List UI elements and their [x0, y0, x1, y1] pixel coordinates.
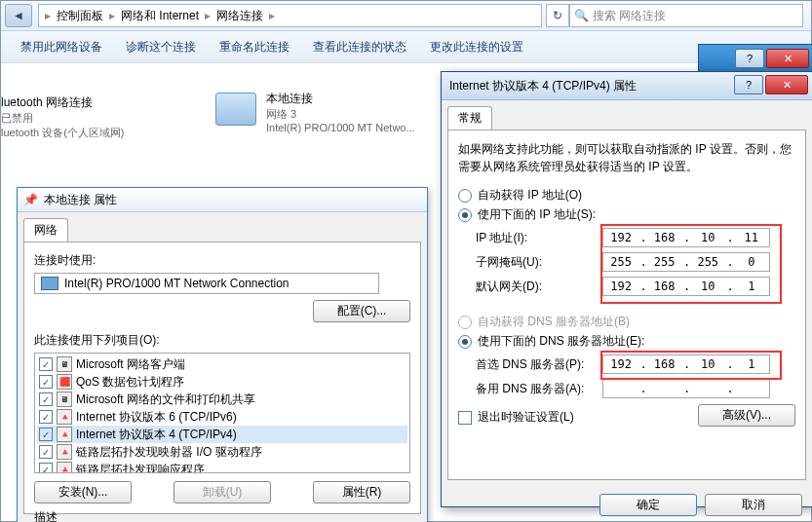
checkbox-icon[interactable]: ✓ [39, 392, 53, 406]
dialog-title: Internet 协议版本 4 (TCP/IPv4) 属性 [449, 78, 637, 94]
connection-title: luetooth 网络连接 [1, 94, 196, 111]
dns2-label: 备用 DNS 服务器(A): [476, 381, 602, 397]
connection-status: 已禁用 [1, 111, 196, 126]
cmd-disable[interactable]: 禁用此网络设备 [9, 35, 114, 59]
radio-auto-dns: 自动获得 DNS 服务器地址(B) [458, 314, 795, 330]
tab-body: 连接时使用: Intel(R) PRO/1000 MT Network Conn… [23, 242, 421, 514]
radio-use-dns[interactable]: 使用下面的 DNS 服务器地址(E): [458, 333, 795, 350]
ok-button[interactable]: 确定 [599, 494, 697, 516]
protocol-icon: 🔺 [57, 427, 72, 442]
dialog-title: 本地连接 属性 [44, 192, 117, 208]
lan-properties-dialog: 📌 本地连接 属性 网络 连接时使用: Intel(R) PRO/1000 MT… [17, 187, 428, 522]
qos-icon: 🟥 [57, 374, 72, 390]
connection-network: 网络 3 [266, 107, 469, 122]
dialog-footer: 确定 取消 [442, 486, 812, 522]
close-button[interactable]: ✕ [765, 75, 808, 94]
cmd-change[interactable]: 更改此连接的设置 [418, 35, 535, 59]
nic-icon [215, 93, 256, 126]
client-icon: 🖥 [57, 356, 72, 372]
description-label: 描述 [34, 509, 410, 522]
checkbox-icon[interactable]: ✓ [39, 375, 53, 389]
component-list[interactable]: ✓🖥Microsoft 网络客户端 ✓🟥QoS 数据包计划程序 ✓🖥Micros… [34, 353, 410, 473]
search-placeholder: 搜索 网络连接 [593, 8, 666, 24]
tab-strip: 网络 [18, 212, 427, 242]
connection-device: luetooth 设备(个人区域网) [1, 126, 196, 140]
checkbox-icon[interactable]: ✓ [39, 357, 53, 371]
checkbox-icon[interactable]: ✓ [39, 445, 53, 459]
subnet-mask-input[interactable]: 255.255.255.0 [602, 252, 770, 272]
dns1-input[interactable]: 192.168.10.1 [602, 354, 770, 374]
radio-icon [458, 316, 472, 329]
list-item[interactable]: ✓🖥Microsoft 网络客户端 [37, 355, 407, 373]
list-item[interactable]: ✓🟥QoS 数据包计划程序 [37, 373, 407, 391]
validate-on-exit-checkbox[interactable]: 退出时验证设置(L) [458, 409, 574, 426]
ip-address-input[interactable]: 192.168.10.11 [602, 228, 770, 247]
dialog-titlebar[interactable]: Internet 协议版本 4 (TCP/IPv4) 属性 ? ✕ [442, 72, 812, 100]
list-item[interactable]: ✓🔺链路层拓扑发现映射器 I/O 驱动程序 [37, 443, 407, 461]
search-icon: 🔍 [574, 9, 589, 22]
configure-button[interactable]: 配置(C)... [313, 300, 410, 322]
pin-icon: 📌 [23, 193, 38, 206]
properties-button[interactable]: 属性(R) [313, 481, 410, 503]
breadcrumb[interactable]: 网络连接 [213, 8, 267, 24]
help-button[interactable]: ? [735, 49, 764, 68]
adapter-name: Intel(R) PRO/1000 MT Network Connection [64, 277, 290, 290]
radio-use-ip[interactable]: 使用下面的 IP 地址(S): [458, 206, 795, 223]
back-button[interactable]: ◄ [5, 4, 32, 27]
list-item-selected[interactable]: ✓🔺Internet 协议版本 4 (TCP/IPv4) [37, 426, 407, 443]
share-icon: 🖥 [57, 392, 72, 407]
command-bar: 禁用此网络设备 诊断这个连接 重命名此连接 查看此连接的状态 更改此连接的设置 [1, 31, 811, 63]
cmd-status[interactable]: 查看此连接的状态 [301, 35, 418, 59]
uses-label: 此连接使用下列项目(O): [34, 332, 410, 349]
radio-icon [458, 208, 472, 222]
protocol-icon: 🔺 [57, 409, 72, 425]
radio-icon [458, 189, 472, 203]
gateway-input[interactable]: 192.168.10.1 [602, 277, 770, 296]
connection-bluetooth[interactable]: luetooth 网络连接 已禁用 luetooth 设备(个人区域网) [1, 94, 196, 140]
radio-auto-ip[interactable]: 自动获得 IP 地址(O) [458, 187, 795, 204]
connection-device: Intel(R) PRO/1000 MT Netwo... [266, 122, 469, 133]
lltd-icon: 🔺 [57, 444, 72, 460]
install-button[interactable]: 安装(N)... [34, 481, 132, 503]
search-input[interactable]: 🔍 搜索 网络连接 [569, 4, 803, 27]
breadcrumb-box[interactable]: ▸ 控制面板 ▸ 网络和 Internet ▸ 网络连接 ▸ [38, 4, 542, 27]
cancel-button[interactable]: 取消 [705, 494, 802, 516]
dns2-input[interactable]: ... [602, 379, 770, 398]
ip-label: IP 地址(I): [476, 230, 602, 246]
help-button[interactable]: ? [734, 75, 763, 94]
close-button[interactable]: ✕ [766, 49, 809, 68]
tab-network[interactable]: 网络 [23, 218, 68, 242]
tab-body: 如果网络支持此功能，则可以获取自动指派的 IP 设置。否则，您需要从网络系统管理… [447, 130, 806, 480]
hint-text: 如果网络支持此功能，则可以获取自动指派的 IP 设置。否则，您需要从网络系统管理… [458, 140, 795, 175]
nic-icon [41, 277, 58, 290]
connection-title: 本地连接 [266, 91, 469, 107]
list-item[interactable]: ✓🔺链路层拓扑发现响应程序 [37, 461, 407, 473]
cmd-diagnose[interactable]: 诊断这个连接 [114, 35, 208, 59]
address-bar: ◄ ▸ 控制面板 ▸ 网络和 Internet ▸ 网络连接 ▸ ↻ 🔍 搜索 … [1, 1, 811, 31]
lltd-icon: 🔺 [57, 462, 72, 473]
breadcrumb[interactable]: 控制面板 [53, 8, 107, 24]
advanced-button[interactable]: 高级(V)... [698, 404, 795, 427]
refresh-button[interactable]: ↻ [546, 4, 569, 27]
breadcrumb[interactable]: 网络和 Internet [117, 8, 203, 24]
cmd-rename[interactable]: 重命名此连接 [208, 35, 301, 59]
checkbox-icon[interactable]: ✓ [39, 463, 53, 473]
checkbox-icon[interactable]: ✓ [39, 410, 53, 424]
dns1-label: 首选 DNS 服务器(P): [476, 356, 602, 373]
gateway-label: 默认网关(D): [476, 279, 602, 295]
adapter-field: Intel(R) PRO/1000 MT Network Connection [34, 273, 379, 294]
list-item[interactable]: ✓🔺Internet 协议版本 6 (TCP/IPv6) [37, 408, 407, 426]
mask-label: 子网掩码(U): [476, 254, 602, 271]
checkbox-icon[interactable]: ✓ [39, 428, 53, 441]
radio-icon [458, 335, 472, 349]
checkbox-icon [458, 411, 472, 425]
list-item[interactable]: ✓🖥Microsoft 网络的文件和打印机共享 [37, 391, 407, 408]
connection-lan[interactable]: 本地连接 网络 3 Intel(R) PRO/1000 MT Netwo... [215, 91, 469, 133]
uninstall-button: 卸载(U) [174, 481, 271, 503]
connect-using-label: 连接时使用: [34, 252, 410, 269]
ipv4-properties-dialog: Internet 协议版本 4 (TCP/IPv4) 属性 ? ✕ 常规 如果网… [441, 71, 812, 507]
dialog-titlebar[interactable]: 📌 本地连接 属性 [18, 188, 427, 212]
tab-general[interactable]: 常规 [447, 106, 492, 130]
